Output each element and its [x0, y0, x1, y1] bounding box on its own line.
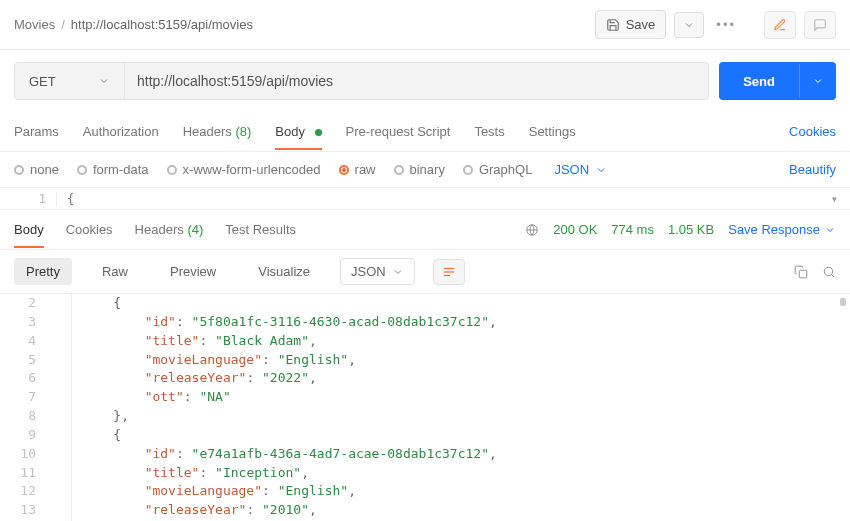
response-line: 4 "title": "Black Adam",	[0, 332, 850, 351]
line-number: 3	[0, 313, 50, 332]
svg-rect-5	[799, 270, 807, 278]
wrap-icon	[442, 265, 456, 279]
view-preview[interactable]: Preview	[158, 258, 228, 285]
send-dropdown[interactable]	[799, 64, 836, 98]
tab-body-label: Body	[275, 124, 305, 139]
body-modified-dot	[315, 129, 322, 136]
resp-tab-body[interactable]: Body	[14, 212, 44, 247]
tab-authorization[interactable]: Authorization	[83, 114, 159, 149]
method-label: GET	[29, 74, 56, 89]
line-number: 13	[0, 501, 50, 520]
body-type-row: none form-data x-www-form-urlencoded raw…	[0, 152, 850, 188]
tab-prerequest[interactable]: Pre-request Script	[346, 114, 451, 149]
line-number: 9	[0, 426, 50, 445]
comment-button[interactable]	[804, 11, 836, 39]
copy-icon[interactable]	[794, 265, 808, 279]
line-code: {	[82, 294, 121, 313]
radio-graphql[interactable]: GraphQL	[463, 162, 532, 177]
method-select[interactable]: GET	[15, 63, 125, 99]
fold-gutter	[50, 426, 72, 445]
tab-body[interactable]: Body	[275, 114, 321, 149]
breadcrumb-sep: /	[61, 17, 65, 32]
more-menu[interactable]: •••	[712, 17, 740, 32]
line-code: "title": "Inception",	[82, 464, 309, 483]
radio-none[interactable]: none	[14, 162, 59, 177]
save-response-dropdown[interactable]: Save Response	[728, 222, 836, 237]
line-code: "id": "e74a1afb-436a-4ad7-acae-08dab1c37…	[82, 445, 497, 464]
line-number: 10	[0, 445, 50, 464]
svg-point-6	[824, 267, 832, 275]
view-raw[interactable]: Raw	[90, 258, 140, 285]
radio-xfu[interactable]: x-www-form-urlencoded	[167, 162, 321, 177]
response-line: 2 {	[0, 294, 850, 313]
response-line: 6 "releaseYear": "2022",	[0, 369, 850, 388]
response-line: 9 {	[0, 426, 850, 445]
chevron-down-icon	[98, 75, 110, 87]
response-format-select[interactable]: JSON	[340, 258, 415, 285]
editor-line-1: {	[56, 192, 74, 206]
line-number: 11	[0, 464, 50, 483]
resp-tab-headers[interactable]: Headers (4)	[135, 212, 204, 247]
fold-gutter	[50, 294, 72, 313]
editor-line-number: 1	[0, 192, 56, 206]
status-code: 200 OK	[553, 222, 597, 237]
resp-tab-test-results[interactable]: Test Results	[225, 212, 296, 247]
line-code: {	[82, 426, 121, 445]
request-row: GET Send	[0, 50, 850, 112]
comment-icon	[813, 18, 827, 32]
breadcrumb-current: http://localhost:5159/api/movies	[71, 17, 253, 32]
fold-icon[interactable]: ▾	[831, 192, 838, 206]
status-time: 774 ms	[611, 222, 654, 237]
edit-button[interactable]	[764, 11, 796, 39]
radio-raw[interactable]: raw	[339, 162, 376, 177]
tab-tests[interactable]: Tests	[474, 114, 504, 149]
line-code: "ott": "NA"	[82, 388, 231, 407]
raw-language-select[interactable]: JSON	[554, 162, 607, 177]
fold-gutter	[50, 369, 72, 388]
line-number: 6	[0, 369, 50, 388]
send-button[interactable]: Send	[719, 62, 836, 100]
line-code: },	[82, 407, 129, 426]
line-code: "movieLanguage": "English",	[82, 351, 356, 370]
url-input[interactable]	[125, 63, 708, 99]
radio-form-data[interactable]: form-data	[77, 162, 149, 177]
line-code: "releaseYear": "2022",	[82, 369, 317, 388]
line-number: 5	[0, 351, 50, 370]
wrap-toggle[interactable]	[433, 259, 465, 285]
save-icon	[606, 18, 620, 32]
pencil-icon	[773, 18, 787, 32]
breadcrumb-root[interactable]: Movies	[14, 17, 55, 32]
line-code: "releaseYear": "2010",	[82, 501, 317, 520]
tab-headers-label: Headers	[183, 124, 232, 139]
globe-icon[interactable]	[525, 223, 539, 237]
save-button[interactable]: Save	[595, 10, 667, 39]
raw-language-label: JSON	[554, 162, 589, 177]
view-visualize[interactable]: Visualize	[246, 258, 322, 285]
line-number: 12	[0, 482, 50, 501]
response-viewer[interactable]: 2 {3 "id": "5f80a1fc-3116-4630-acad-08da…	[0, 294, 850, 521]
search-icon[interactable]	[822, 265, 836, 279]
cookies-link[interactable]: Cookies	[789, 124, 836, 139]
fold-gutter	[50, 464, 72, 483]
request-tabs: Params Authorization Headers (8) Body Pr…	[0, 112, 850, 152]
save-dropdown[interactable]	[674, 12, 704, 38]
tab-settings[interactable]: Settings	[529, 114, 576, 149]
resp-tab-cookies[interactable]: Cookies	[66, 212, 113, 247]
line-number: 2	[0, 294, 50, 313]
tab-headers[interactable]: Headers (8)	[183, 114, 252, 149]
view-pretty[interactable]: Pretty	[14, 258, 72, 285]
response-view-controls: Pretty Raw Preview Visualize JSON	[0, 250, 850, 294]
fold-gutter	[50, 501, 72, 520]
chevron-down-icon	[824, 224, 836, 236]
radio-binary[interactable]: binary	[394, 162, 445, 177]
fold-gutter	[50, 482, 72, 501]
breadcrumb[interactable]: Movies / http://localhost:5159/api/movie…	[14, 17, 253, 32]
response-tabs: Body Cookies Headers (4) Test Results 20…	[0, 210, 850, 250]
save-label: Save	[626, 17, 656, 32]
tab-headers-count: (8)	[235, 124, 251, 139]
tab-params[interactable]: Params	[14, 114, 59, 149]
request-body-editor[interactable]: 1 { ▾	[0, 188, 850, 210]
chevron-down-icon	[812, 75, 824, 87]
chevron-down-icon	[683, 19, 695, 31]
beautify-link[interactable]: Beautify	[789, 162, 836, 177]
